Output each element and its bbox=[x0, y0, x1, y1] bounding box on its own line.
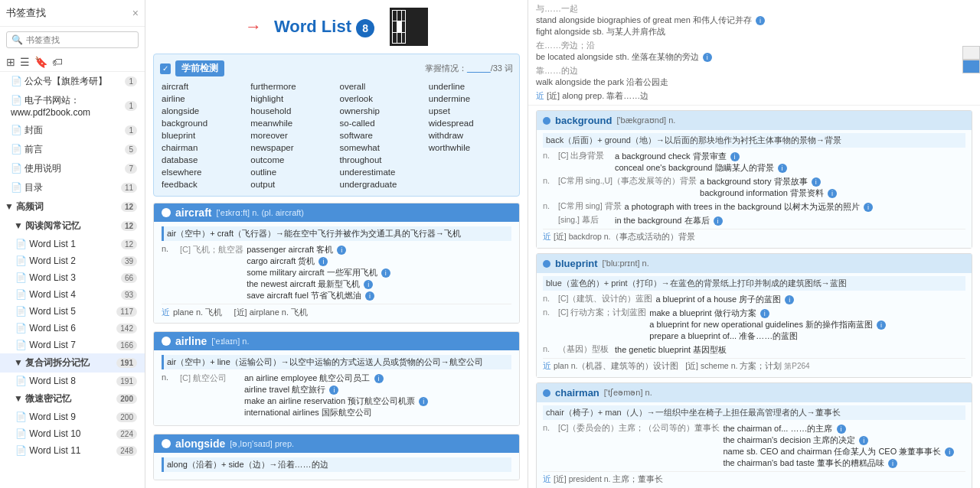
right-top-line: stand alongside biographies of great men… bbox=[536, 15, 972, 26]
sidebar: 书签查找 × 🔍 ⊞ ☰ 🔖 🏷 📄 公众号【旗胜考研】 1 📄 电子书网站：w… bbox=[0, 0, 145, 488]
sidebar-item-cover[interactable]: 📄 封面 1 bbox=[0, 121, 145, 140]
sidebar-item-badge: 191 bbox=[116, 358, 137, 368]
grid-word: software bbox=[338, 130, 424, 141]
sidebar-item-badge: 248 bbox=[116, 446, 137, 456]
word-grid-section: ✓ 学前检测 掌握情况：_____/33 词 aircraft furtherm… bbox=[153, 54, 520, 197]
sidebar-item-compound[interactable]: ▼ 复合词拆分记忆 191 bbox=[0, 353, 145, 373]
word-etymology: chair（椅子）+ man（人）→一组织中坐在椅子上担任最高管理者的人→董事长 bbox=[543, 405, 965, 420]
grid-word: upset bbox=[427, 106, 513, 116]
grid-word: database bbox=[160, 155, 246, 165]
high-freq-button-2[interactable]: 高频词 bbox=[962, 60, 980, 73]
right-word-body: back（后面）+ ground（地）→以后面的那块地作为衬托主体事物的景物→背… bbox=[537, 130, 972, 248]
word-etymology: back（后面）+ ground（地）→以后面的那块地作为衬托主体事物的景物→背… bbox=[543, 133, 965, 148]
right-top-line: 靠……的边 bbox=[536, 65, 972, 76]
grid-word: feedback bbox=[160, 179, 246, 190]
sidebar-item-ebook[interactable]: 📄 电子书网站：www.pdf2book.com 1 bbox=[0, 91, 145, 121]
right-tag: [sing.] 幕后 bbox=[558, 215, 612, 226]
close-icon[interactable]: × bbox=[132, 7, 139, 19]
sidebar-item-guide[interactable]: 📄 使用说明 7 bbox=[0, 159, 145, 178]
high-freq-tab[interactable]: 高频词 高频词 bbox=[962, 46, 980, 73]
sidebar-item-highfreq[interactable]: ▼ 高频词 12 bbox=[0, 197, 145, 216]
high-freq-button-1[interactable]: 高频词 bbox=[962, 46, 980, 60]
list-icon[interactable]: ☰ bbox=[20, 56, 30, 68]
check-icon: ✓ bbox=[160, 63, 171, 74]
right-word-body: chair（椅子）+ man（人）→一组织中坐在椅子上担任最高管理者的人→董事长… bbox=[537, 402, 972, 488]
sidebar-item-wl3[interactable]: 📄 Word List 3 66 bbox=[0, 269, 145, 286]
right-tag: [C]（建筑、设计的）蓝图 bbox=[558, 294, 652, 305]
grid-icon[interactable]: ⊞ bbox=[6, 56, 15, 68]
sidebar-item-wl4[interactable]: 📄 Word List 4 93 bbox=[0, 286, 145, 303]
sidebar-item-badge: 200 bbox=[116, 394, 137, 404]
word-entry-body: along（沿着）+ side（边）→沿着……的边 bbox=[154, 453, 519, 480]
right-examples: in the background 在幕后 i bbox=[615, 215, 965, 226]
sidebar-item-wl7[interactable]: 📄 Word List 7 166 bbox=[0, 337, 145, 353]
sidebar-item-label: 📄 电子书网站：www.pdf2book.com bbox=[11, 94, 125, 118]
word-entry-alongside: alongside [ə,lɒŋ'saɪd] prep. along（沿着）+ … bbox=[153, 434, 520, 480]
sidebar-item-label: 📄 封面 bbox=[11, 124, 43, 137]
word-list-number: 8 bbox=[356, 19, 374, 37]
bookmark-icon[interactable]: 🔖 bbox=[34, 56, 47, 68]
right-word-blueprint: blueprint ['blu:prɪnt] n. blue（蓝色的）+ pri… bbox=[536, 253, 972, 378]
grid-word: underestimate bbox=[338, 167, 424, 177]
sidebar-item-wl8[interactable]: 📄 Word List 8 191 bbox=[0, 373, 145, 389]
sidebar-toolbar: ⊞ ☰ 🔖 🏷 bbox=[0, 53, 145, 72]
sidebar-item-public[interactable]: 📄 公众号【旗胜考研】 1 bbox=[0, 72, 145, 91]
sidebar-header: 书签查找 × bbox=[0, 0, 145, 27]
right-tag: [C常用 sing.,U]（事态发展等的）背景 bbox=[558, 176, 697, 199]
word-dot bbox=[543, 389, 550, 397]
right-tag: [C] 出身背景 bbox=[558, 151, 612, 174]
sidebar-item-badge: 200 bbox=[116, 412, 137, 422]
right-def-row: n. [C]（建筑、设计的）蓝图 a blueprint of a house … bbox=[543, 294, 965, 305]
right-pos: n. bbox=[543, 176, 555, 199]
word-etymology: along（沿着）+ side（边）→沿着……的边 bbox=[162, 457, 511, 472]
sidebar-item-wl11[interactable]: 📄 Word List 11 248 bbox=[0, 442, 145, 459]
right-pos bbox=[543, 215, 555, 226]
right-tag: [C常用 sing] 背景 bbox=[558, 201, 622, 213]
grid-word: undermine bbox=[427, 93, 513, 104]
middle-content: → Word List 8 ✓ 学前检测 掌握情况：_____/33 词 air… bbox=[145, 0, 528, 488]
sidebar-item-label: 📄 Word List 1 bbox=[15, 239, 76, 249]
word-grid-header: ✓ 学前检测 掌握情况：_____/33 词 bbox=[160, 60, 513, 76]
tag-icon[interactable]: 🏷 bbox=[52, 56, 63, 68]
sidebar-item-wl5[interactable]: 📄 Word List 5 117 bbox=[0, 303, 145, 320]
right-note: 近 plan n.（机器、建筑等的）设计图 [近] scheme n. 方案；计… bbox=[543, 358, 965, 374]
right-word-header: chairman ['tʃeəmən] n. bbox=[537, 383, 972, 402]
right-note: 近 [近] president n. 主席；董事长 bbox=[543, 471, 965, 487]
word-entry-header: alongside [ə,lɒŋ'saɪd] prep. bbox=[154, 434, 519, 453]
sidebar-item-preface[interactable]: 📄 前言 5 bbox=[0, 140, 145, 159]
right-examples: a background check 背景审查 i conceal one's … bbox=[615, 151, 965, 174]
grid-word: blueprint bbox=[160, 130, 246, 141]
right-top-line: 在……旁边；沿 bbox=[536, 40, 972, 51]
sidebar-item-toc[interactable]: 📄 目录 11 bbox=[0, 178, 145, 197]
sidebar-item-label: 📄 目录 bbox=[11, 181, 43, 194]
grid-word bbox=[427, 167, 513, 177]
sidebar-item-label: 📄 Word List 5 bbox=[15, 306, 76, 317]
word-name: alongside bbox=[175, 438, 225, 450]
sidebar-title: 书签查找 bbox=[6, 6, 46, 20]
sidebar-item-wl2[interactable]: 📄 Word List 2 39 bbox=[0, 252, 145, 269]
grid-word: furthermore bbox=[249, 81, 335, 92]
grid-word: moreover bbox=[249, 130, 335, 141]
sidebar-item-wl10[interactable]: 📄 Word List 10 224 bbox=[0, 425, 145, 442]
search-icon: 🔍 bbox=[11, 34, 23, 45]
sidebar-content: 📄 公众号【旗胜考研】 1 📄 电子书网站：www.pdf2book.com 1… bbox=[0, 72, 145, 488]
sidebar-search-box[interactable]: 🔍 bbox=[6, 31, 139, 48]
word-phonetic: ['eɪlaɪn] n. bbox=[211, 337, 249, 346]
grid-word: worthwhile bbox=[427, 142, 513, 153]
sidebar-item-label: 📄 Word List 6 bbox=[15, 323, 76, 333]
sidebar-item-reading[interactable]: ▼ 阅读阅常记忆 12 bbox=[0, 216, 145, 236]
right-def-row: n. [C] 出身背景 a background check 背景审查 i co… bbox=[543, 151, 965, 174]
grid-word: alongside bbox=[160, 106, 246, 116]
sidebar-item-wl1[interactable]: 📄 Word List 1 12 bbox=[0, 236, 145, 252]
right-panel-top: 与……一起 stand alongside biographies of gre… bbox=[528, 0, 980, 106]
sidebar-item-badge: 142 bbox=[116, 324, 137, 333]
search-input[interactable] bbox=[26, 35, 133, 44]
grid-word: background bbox=[160, 118, 246, 129]
sidebar-item-label: 📄 Word List 3 bbox=[15, 272, 76, 283]
sidebar-item-label: 📄 Word List 4 bbox=[15, 289, 76, 300]
sidebar-item-badge: 166 bbox=[116, 340, 137, 350]
sidebar-item-shortmem[interactable]: ▼ 微速密记忆 200 bbox=[0, 389, 145, 408]
sidebar-item-wl9[interactable]: 📄 Word List 9 200 bbox=[0, 408, 145, 425]
right-pos: n. bbox=[543, 307, 555, 342]
sidebar-item-wl6[interactable]: 📄 Word List 6 142 bbox=[0, 320, 145, 337]
